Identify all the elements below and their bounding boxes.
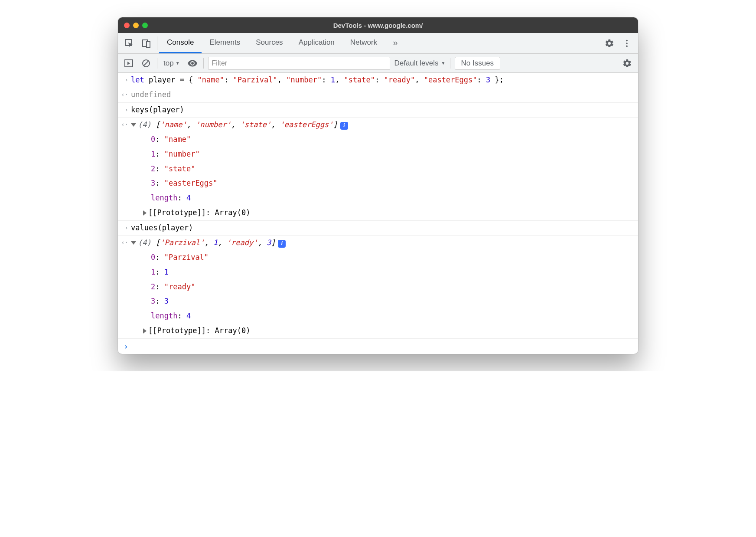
more-tabs-button[interactable]: » bbox=[385, 33, 405, 53]
inspect-element-icon[interactable] bbox=[121, 33, 138, 53]
clear-console-icon[interactable] bbox=[140, 57, 153, 70]
console-output: ›let player = { "name": "Parzival", "num… bbox=[118, 73, 638, 354]
separator bbox=[157, 58, 157, 69]
array-item-row[interactable]: 2: "ready" bbox=[118, 280, 638, 295]
svg-point-3 bbox=[626, 39, 628, 41]
disclosure-triangle-icon[interactable] bbox=[131, 241, 136, 245]
live-expression-icon[interactable] bbox=[186, 57, 199, 70]
console-prompt-row[interactable]: › bbox=[118, 339, 638, 354]
console-output-row[interactable]: ‹·(4) ['Parzival', 1, 'ready', 3]i bbox=[118, 236, 638, 250]
disclosure-triangle-icon[interactable] bbox=[143, 210, 147, 216]
svg-line-8 bbox=[143, 61, 149, 66]
traffic-lights bbox=[118, 23, 148, 28]
levels-label: Default levels bbox=[394, 59, 439, 68]
tab-console[interactable]: Console bbox=[159, 33, 202, 53]
array-length-row: length: 4 bbox=[118, 191, 638, 206]
prototype-row[interactable]: [[Prototype]]: Array(0) bbox=[118, 324, 638, 339]
device-toolbar-icon[interactable] bbox=[138, 33, 155, 53]
svg-point-5 bbox=[626, 45, 628, 47]
array-item-row[interactable]: 3: "easterEggs" bbox=[118, 176, 638, 191]
array-item-row[interactable]: 3: 3 bbox=[118, 294, 638, 309]
settings-icon[interactable] bbox=[601, 33, 618, 53]
console-output-row[interactable]: ‹·(4) ['name', 'number', 'state', 'easte… bbox=[118, 118, 638, 132]
svg-rect-2 bbox=[147, 42, 150, 47]
info-icon[interactable]: i bbox=[278, 240, 286, 248]
tab-network[interactable]: Network bbox=[342, 33, 385, 53]
array-item-row[interactable]: 2: "state" bbox=[118, 162, 638, 177]
panel-tabs: Console Elements Sources Application Net… bbox=[159, 33, 405, 53]
separator bbox=[450, 58, 450, 69]
issues-button[interactable]: No Issues bbox=[455, 57, 501, 70]
array-item-row[interactable]: 0: "Parzival" bbox=[118, 250, 638, 265]
array-item-row[interactable]: 1: "number" bbox=[118, 147, 638, 162]
titlebar: DevTools - www.google.com/ bbox=[118, 17, 638, 33]
prototype-row[interactable]: [[Prototype]]: Array(0) bbox=[118, 206, 638, 221]
close-window-button[interactable] bbox=[124, 23, 130, 28]
svg-point-4 bbox=[626, 43, 628, 44]
devtools-window: DevTools - www.google.com/ Console Eleme… bbox=[118, 17, 638, 354]
tab-sources[interactable]: Sources bbox=[248, 33, 290, 53]
toggle-sidebar-icon[interactable] bbox=[122, 57, 135, 70]
log-levels-selector[interactable]: Default levels ▼ bbox=[394, 59, 446, 68]
tab-elements[interactable]: Elements bbox=[202, 33, 248, 53]
console-input-row[interactable]: ›keys(player) bbox=[118, 103, 638, 118]
console-output-row: ‹·undefined bbox=[118, 88, 638, 103]
context-selector[interactable]: top ▼ bbox=[162, 59, 182, 68]
separator bbox=[157, 36, 157, 50]
array-length-row: length: 4 bbox=[118, 309, 638, 324]
minimize-window-button[interactable] bbox=[133, 23, 139, 28]
filter-input[interactable] bbox=[208, 57, 390, 70]
disclosure-triangle-icon[interactable] bbox=[131, 123, 136, 127]
console-toolbar: top ▼ Default levels ▼ No Issues bbox=[118, 54, 638, 73]
context-label: top bbox=[163, 59, 174, 68]
disclosure-triangle-icon[interactable] bbox=[143, 328, 147, 334]
console-settings-icon[interactable] bbox=[621, 57, 634, 70]
array-item-row[interactable]: 1: 1 bbox=[118, 265, 638, 280]
array-item-row[interactable]: 0: "name" bbox=[118, 132, 638, 147]
maximize-window-button[interactable] bbox=[142, 23, 148, 28]
window-title: DevTools - www.google.com/ bbox=[118, 22, 638, 29]
separator bbox=[203, 58, 204, 69]
console-input-row[interactable]: ›values(player) bbox=[118, 221, 638, 236]
kebab-menu-icon[interactable] bbox=[618, 33, 635, 53]
console-input-row[interactable]: ›let player = { "name": "Parzival", "num… bbox=[118, 73, 638, 88]
tabbar: Console Elements Sources Application Net… bbox=[118, 33, 638, 54]
info-icon[interactable]: i bbox=[340, 122, 348, 130]
tab-application[interactable]: Application bbox=[291, 33, 342, 53]
